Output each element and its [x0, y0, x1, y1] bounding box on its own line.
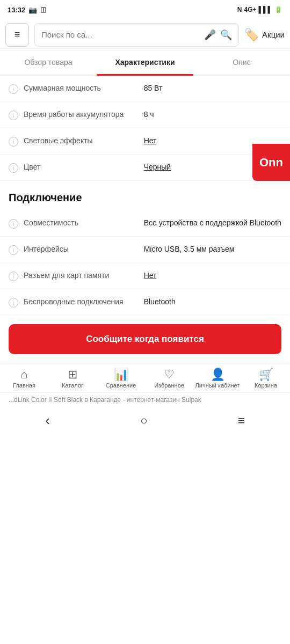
spec-label-card-slot: Разъем для карт памяти: [24, 270, 139, 281]
info-icon-compatibility: i: [9, 219, 18, 229]
menu-button[interactable]: ≡: [5, 23, 29, 47]
nav-home[interactable]: ⌂ Главная: [0, 367, 48, 391]
time-display: 13:32: [8, 6, 25, 14]
status-time-area: 13:32 📷 ◫: [8, 6, 46, 14]
spec-label-battery: Время работы аккумулятора: [24, 109, 139, 120]
nav-cart[interactable]: 🛒 Корзина: [242, 367, 290, 391]
nav-catalog-label: Каталог: [62, 382, 83, 389]
spec-row-battery: i Время работы аккумулятора 8 ч: [0, 102, 290, 128]
hamburger-icon: ≡: [15, 29, 20, 41]
bottom-action-area: Сообщите когда появится: [0, 316, 290, 363]
network-icon: 4G+: [244, 6, 256, 13]
search-input[interactable]: [41, 30, 200, 39]
status-icons: N 4G+ ▌▌▌ 🔋: [237, 6, 282, 13]
spec-label-color: Цвет: [24, 162, 139, 173]
spec-row-light: i Световые эффекты Нет: [0, 128, 290, 155]
info-icon-color: i: [9, 163, 18, 173]
battery-icon: 🔋: [274, 6, 282, 13]
info-icon-power: i: [9, 84, 18, 94]
tab-description[interactable]: Опис: [193, 50, 290, 76]
search-icon[interactable]: 🔍: [220, 29, 232, 41]
spec-value-power: 85 Вт: [144, 83, 281, 94]
sys-menu-button[interactable]: ≡: [238, 414, 245, 428]
favorites-icon: ♡: [164, 369, 175, 380]
spec-label-light: Световые эффекты: [24, 136, 139, 147]
signal-icon: ◫: [40, 6, 46, 13]
promo-icon: 🏷️: [244, 28, 259, 42]
promo-label: Акции: [262, 30, 285, 39]
sys-back-button[interactable]: ‹: [45, 412, 50, 429]
info-icon-card-slot: i: [9, 272, 18, 281]
spec-value-interfaces: Micro USB, 3.5 мм разъем: [144, 244, 281, 255]
spec-label-compatibility: Совместимость: [24, 218, 139, 229]
specs-general: i Суммарная мощность 85 Вт i Время работ…: [0, 76, 290, 181]
brand-tag-container: Onn i Суммарная мощность 85 Вт i Время р…: [0, 76, 290, 316]
specs-connection: i Совместимость Все устройства с поддерж…: [0, 210, 290, 316]
spec-label-wireless: Беспроводные подключения: [24, 297, 139, 308]
spec-row-power: i Суммарная мощность 85 Вт: [0, 76, 290, 102]
catalog-icon: ⊞: [68, 369, 77, 380]
info-icon-wireless: i: [9, 298, 18, 308]
nav-favorites-label: Избранное: [154, 382, 184, 389]
compare-icon: 📊: [114, 369, 128, 380]
mic-icon: 🎤: [204, 29, 216, 41]
nav-catalog[interactable]: ⊞ Каталог: [48, 367, 97, 391]
connection-section-title: Подключение: [0, 181, 290, 210]
spec-row-card-slot: i Разъем для карт памяти Нет: [0, 263, 290, 289]
bottom-navigation: ⌂ Главная ⊞ Каталог 📊 Сравнение ♡ Избран…: [0, 363, 290, 392]
nav-compare[interactable]: 📊 Сравнение: [97, 367, 145, 391]
info-icon-light: i: [9, 137, 18, 147]
spec-row-color: i Цвет Черный: [0, 155, 290, 181]
sys-home-button[interactable]: ○: [140, 414, 147, 428]
signal-bars-icon: ▌▌▌: [258, 6, 272, 13]
home-icon: ⌂: [20, 369, 27, 380]
spec-value-battery: 8 ч: [144, 109, 281, 120]
nav-account-label: Личный кабинет: [195, 382, 240, 389]
spec-value-wireless: Bluetooth: [144, 297, 281, 308]
cart-icon: 🛒: [259, 369, 273, 380]
brand-badge: Onn: [252, 144, 290, 181]
info-icon-interfaces: i: [9, 245, 18, 255]
footer-text: ...dLink Color II Soft Black в Карагандe…: [9, 396, 201, 404]
system-navigation: ‹ ○ ≡: [0, 407, 290, 434]
nav-cart-label: Корзина: [255, 382, 277, 389]
spec-row-wireless: i Беспроводные подключения Bluetooth: [0, 289, 290, 316]
nfc-icon: N: [237, 6, 242, 13]
nav-account[interactable]: 👤 Личный кабинет: [193, 367, 242, 391]
nav-home-label: Главная: [13, 382, 35, 389]
account-icon: 👤: [211, 369, 225, 380]
spec-value-card-slot: Нет: [144, 270, 281, 281]
promo-button[interactable]: 🏷️ Акции: [244, 28, 285, 42]
tab-specs[interactable]: Характеристики: [97, 50, 193, 76]
nav-compare-label: Сравнение: [106, 382, 136, 389]
spec-row-interfaces: i Интерфейсы Micro USB, 3.5 мм разъем: [0, 237, 290, 263]
spec-value-compatibility: Все устройства с поддержкой Bluetooth: [144, 218, 281, 229]
header: ≡ 🎤 🔍 🏷️ Акции: [0, 19, 290, 50]
product-tabs: Обзор товара Характеристики Опис: [0, 50, 290, 76]
brand-name: Onn: [259, 156, 283, 170]
status-bar: 13:32 📷 ◫ N 4G+ ▌▌▌ 🔋: [0, 0, 290, 19]
info-icon-battery: i: [9, 111, 18, 120]
spec-row-compatibility: i Совместимость Все устройства с поддерж…: [0, 210, 290, 237]
search-bar[interactable]: 🎤 🔍: [34, 23, 239, 47]
spec-label-interfaces: Интерфейсы: [24, 244, 139, 255]
notify-button[interactable]: Сообщите когда появится: [9, 324, 281, 354]
nav-favorites[interactable]: ♡ Избранное: [145, 367, 193, 391]
tab-overview[interactable]: Обзор товара: [0, 50, 97, 76]
footer-breadcrumb: ...dLink Color II Soft Black в Карагандe…: [0, 392, 290, 407]
instagram-icon: 📷: [28, 6, 37, 14]
spec-label-power: Суммарная мощность: [24, 83, 139, 94]
